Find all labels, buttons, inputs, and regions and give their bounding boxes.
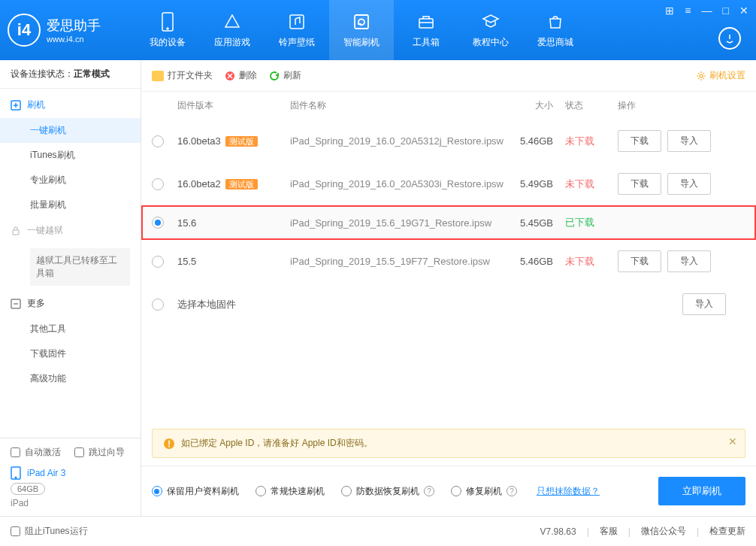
download-button[interactable]: 下载	[618, 130, 661, 152]
folder-icon	[152, 71, 164, 81]
refresh-icon	[269, 71, 280, 81]
expand-icon	[11, 100, 21, 111]
svg-point-11	[700, 74, 703, 77]
device-info[interactable]: iPad Air 3	[11, 466, 130, 480]
import-button[interactable]: 导入	[667, 173, 711, 195]
refresh-button[interactable]: 刷新	[269, 69, 301, 82]
lock-icon	[11, 226, 21, 236]
import-button[interactable]: 导入	[667, 130, 711, 152]
flash-opt-anti-recovery[interactable]: 防数据恢复刷机?	[341, 485, 434, 498]
nav-tutorials[interactable]: 教程中心	[458, 0, 523, 60]
sidebar-jailbreak: 一键越狱	[0, 217, 141, 244]
sidebar-more[interactable]: 更多	[0, 290, 141, 317]
firmware-version: 16.0beta3	[177, 135, 221, 147]
check-update-link[interactable]: 检查更新	[709, 525, 745, 538]
footer: 阻止iTunes运行 V7.98.63 | 客服 | 微信公众号 | 检查更新	[0, 516, 756, 546]
nav-toolbox[interactable]: 工具箱	[394, 0, 458, 60]
toolbox-icon	[416, 12, 436, 32]
firmware-status: 已下载	[565, 216, 618, 229]
sidebar-itunes-flash[interactable]: iTunes刷机	[0, 143, 141, 168]
import-local-button[interactable]: 导入	[682, 293, 726, 315]
import-button[interactable]: 导入	[667, 250, 711, 272]
main-panel: 打开文件夹 删除 刷新 刷机设置 固件版本 固件名称 大小 状态 操作 16.0…	[141, 60, 756, 516]
menu-list-icon[interactable]: ≡	[682, 3, 694, 18]
flash-opt-repair[interactable]: 修复刷机?	[451, 485, 517, 498]
firmware-name: iPad_Spring_2019_15.6_19G71_Restore.ipsw	[290, 217, 513, 229]
device-icon	[158, 12, 177, 32]
th-version: 固件版本	[177, 99, 290, 112]
th-name: 固件名称	[290, 99, 513, 112]
collapse-icon	[11, 299, 21, 309]
nav-store[interactable]: 爱思商城	[523, 0, 588, 60]
delete-icon	[225, 71, 235, 81]
apps-icon	[222, 12, 242, 32]
sidebar-advanced[interactable]: 高级功能	[0, 366, 141, 391]
help-icon[interactable]: ?	[507, 486, 517, 496]
flash-now-button[interactable]: 立即刷机	[658, 477, 745, 505]
open-folder-button[interactable]: 打开文件夹	[152, 69, 213, 82]
firmware-status: 未下载	[565, 255, 618, 268]
tutorial-icon	[481, 12, 500, 32]
firmware-row[interactable]: 15.6iPad_Spring_2019_15.6_19G71_Restore.…	[141, 205, 756, 240]
nav-apps[interactable]: 应用游戏	[200, 0, 265, 60]
window-controls: ⊞ ≡ — □ ✕	[662, 3, 751, 18]
beta-tag: 测试版	[225, 179, 258, 190]
sidebar-flash[interactable]: 刷机	[0, 92, 141, 118]
skip-guide-checkbox[interactable]	[74, 447, 84, 457]
firmware-row[interactable]: 16.0beta2测试版iPad_Spring_2019_16.0_20A530…	[141, 162, 756, 205]
app-url: www.i4.cn	[47, 35, 101, 44]
music-icon	[287, 12, 307, 32]
notice-close-button[interactable]: ✕	[728, 435, 737, 447]
firmware-row[interactable]: 15.5iPad_Spring_2019_15.5_19F77_Restore.…	[141, 240, 756, 283]
svg-rect-3	[355, 15, 368, 29]
logo-icon: i4	[8, 14, 41, 47]
download-button[interactable]: 下载	[618, 250, 661, 272]
firmware-size: 5.46GB	[513, 256, 565, 267]
radio-select[interactable]	[152, 178, 164, 190]
block-itunes-checkbox[interactable]	[11, 526, 20, 536]
app-name: 爱思助手	[47, 17, 101, 35]
download-button[interactable]: 下载	[618, 173, 661, 195]
nav-ringtones[interactable]: 铃声壁纸	[265, 0, 329, 60]
radio-select[interactable]	[152, 256, 164, 268]
menu-grid-icon[interactable]: ⊞	[662, 3, 677, 18]
wechat-link[interactable]: 微信公众号	[641, 525, 686, 538]
local-firmware-row[interactable]: 选择本地固件 导入	[141, 283, 756, 326]
firmware-name: iPad_Spring_2019_15.5_19F77_Restore.ipsw	[290, 256, 513, 267]
firmware-status: 未下载	[565, 177, 618, 191]
help-icon[interactable]: ?	[424, 486, 434, 496]
app-header: i4 爱思助手 www.i4.cn 我的设备 应用游戏 铃声壁纸 智能刷机 工具…	[0, 0, 756, 60]
firmware-version: 15.6	[177, 217, 196, 229]
version-label: V7.98.63	[540, 526, 576, 537]
sidebar-pro-flash[interactable]: 专业刷机	[0, 168, 141, 193]
radio-select[interactable]	[152, 135, 164, 147]
firmware-row[interactable]: 16.0beta3测试版iPad_Spring_2019_16.0_20A531…	[141, 120, 756, 162]
sidebar-other-tools[interactable]: 其他工具	[0, 317, 141, 341]
flash-settings-button[interactable]: 刷机设置	[696, 69, 745, 82]
beta-tag: 测试版	[225, 136, 258, 147]
sync-button[interactable]	[718, 27, 741, 50]
nav-flash[interactable]: 智能刷机	[329, 0, 394, 60]
auto-activate-checkbox[interactable]	[11, 447, 20, 457]
erase-only-link[interactable]: 只想抹除数据？	[537, 485, 600, 498]
support-link[interactable]: 客服	[600, 525, 618, 538]
radio-local[interactable]	[152, 299, 164, 311]
svg-point-9	[15, 477, 17, 478]
firmware-status: 未下载	[565, 135, 618, 148]
delete-button[interactable]: 删除	[225, 69, 257, 82]
close-icon[interactable]: ✕	[736, 3, 751, 18]
flash-opt-normal[interactable]: 常规快速刷机	[256, 485, 325, 498]
sidebar-batch-flash[interactable]: 批量刷机	[0, 193, 141, 217]
th-size: 大小	[513, 99, 565, 112]
firmware-name: iPad_Spring_2019_16.0_20A5303i_Restore.i…	[290, 178, 513, 190]
svg-rect-6	[13, 230, 19, 235]
app-logo-block: i4 爱思助手 www.i4.cn	[8, 14, 135, 47]
th-status: 状态	[565, 99, 618, 112]
sidebar-download-fw[interactable]: 下载固件	[0, 341, 141, 366]
sidebar-one-click-flash[interactable]: 一键刷机	[0, 118, 141, 143]
flash-opt-keep-data[interactable]: 保留用户资料刷机	[152, 485, 239, 498]
maximize-icon[interactable]: □	[720, 3, 732, 18]
nav-my-device[interactable]: 我的设备	[135, 0, 200, 60]
minimize-icon[interactable]: —	[699, 3, 715, 18]
radio-select[interactable]	[152, 217, 164, 229]
